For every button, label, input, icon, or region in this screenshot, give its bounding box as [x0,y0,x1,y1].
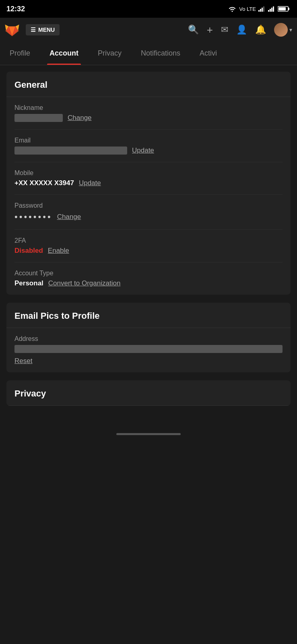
svg-rect-7 [273,6,274,12]
password-dots: •••••••• [14,212,52,222]
mobile-value-row: +XX XXXXX X3947 Update [14,179,283,187]
tab-privacy[interactable]: Privacy [88,42,131,65]
privacy-title: Privacy [14,388,46,398]
tab-notifications[interactable]: Notifications [131,42,190,65]
search-icon[interactable]: 🔍 [188,25,199,35]
nickname-value [14,114,63,122]
privacy-header: Privacy [6,380,291,406]
address-label: Address [14,335,283,343]
main-content: General Nickname Change Email Update [0,65,297,420]
twofa-enable-button[interactable]: Enable [48,247,69,255]
chevron-down-icon: ▾ [289,27,292,33]
top-nav: ☰ MENU 🔍 + ✉ 👤 🔔 ▾ [0,18,297,42]
privacy-section-preview: Privacy [6,380,291,406]
battery-icon [278,6,291,12]
status-time: 12:32 [6,5,25,13]
email-pics-body: Address Reset [6,328,291,372]
account-type-value: Personal [14,279,43,287]
home-indicator [0,428,297,438]
svg-rect-5 [270,9,271,12]
home-bar [116,433,181,435]
email-value [14,147,127,155]
password-value-row: •••••••• Change [14,212,283,222]
vo-lte-icon: Vo LTE [239,6,256,12]
nav-icons: 🔍 + ✉ 👤 🔔 ▾ [188,23,292,37]
status-icons: Vo LTE [228,6,291,12]
email-value-row: Update [14,147,283,155]
tab-activity[interactable]: Activi [190,42,227,65]
email-update-button[interactable]: Update [132,147,154,155]
user-icon[interactable]: 👤 [236,25,247,35]
nickname-change-button[interactable]: Change [68,114,92,122]
nickname-label: Nickname [14,104,283,111]
email-pics-section: Email Pics to Profile Address Reset [6,303,291,372]
svg-rect-0 [258,10,260,12]
account-type-value-row: Personal Convert to Organization [14,279,283,287]
general-title: General [14,80,47,90]
svg-rect-10 [278,7,286,10]
svg-rect-9 [288,8,289,10]
email-field: Email Update [14,130,283,162]
address-value-row [14,345,283,353]
mobile-value: +XX XXXXX X3947 [14,179,74,187]
nickname-field: Nickname Change [14,97,283,130]
address-field: Address Reset [14,328,283,372]
wifi-icon [228,6,237,12]
svg-rect-3 [263,6,264,12]
svg-rect-1 [260,9,261,12]
menu-label: MENU [38,27,55,33]
tabs-container: Profile Account Privacy Notifications Ac… [0,42,297,65]
email-pics-title: Email Pics to Profile [14,311,100,321]
address-value [14,345,283,353]
twofa-field: 2FA Disabled Enable [14,230,283,262]
signal1-icon [258,6,266,12]
email-label: Email [14,137,283,144]
address-reset-button[interactable]: Reset [14,357,32,365]
tab-account[interactable]: Account [40,42,88,65]
account-type-label: Account Type [14,270,283,277]
general-body: Nickname Change Email Update Mobile [6,97,291,295]
mail-icon[interactable]: ✉ [221,25,228,35]
general-section: General Nickname Change Email Update [6,72,291,295]
bell-icon[interactable]: 🔔 [255,25,266,35]
password-field: Password •••••••• Change [14,195,283,230]
user-avatar-area[interactable]: ▾ [274,23,292,37]
signal2-icon [268,6,275,12]
avatar [274,23,288,37]
status-bar: 12:32 Vo LTE [0,0,297,18]
add-icon[interactable]: + [207,24,213,36]
menu-button[interactable]: ☰ MENU [26,24,60,35]
convert-to-org-button[interactable]: Convert to Organization [48,279,121,287]
menu-icon: ☰ [31,27,36,33]
nickname-value-row: Change [14,114,283,122]
general-header: General [6,72,291,97]
svg-rect-2 [262,8,263,12]
mobile-field: Mobile +XX XXXXX X3947 Update [14,162,283,195]
password-label: Password [14,202,283,209]
gitlab-logo [5,23,19,37]
mobile-update-button[interactable]: Update [79,179,101,187]
account-type-field: Account Type Personal Convert to Organiz… [14,262,283,295]
twofa-status: Disabled [14,247,43,255]
email-pics-header: Email Pics to Profile [6,303,291,328]
svg-rect-4 [268,10,269,12]
svg-rect-6 [271,8,272,12]
twofa-value-row: Disabled Enable [14,247,283,255]
twofa-label: 2FA [14,237,283,244]
password-change-button[interactable]: Change [57,213,81,221]
mobile-label: Mobile [14,169,283,177]
tab-profile[interactable]: Profile [0,42,40,65]
